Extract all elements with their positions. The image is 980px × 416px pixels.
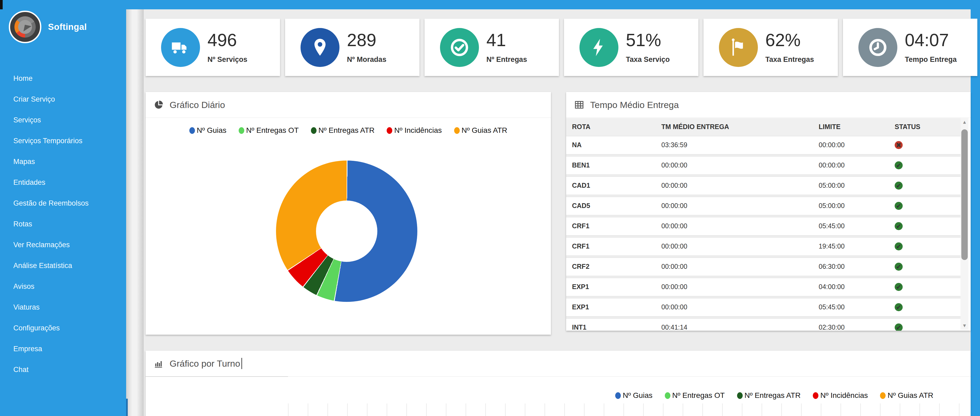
gridline — [821, 403, 821, 416]
table-row-crf1: CRF100:00:0005:45:00✔ — [566, 217, 961, 235]
table-scrollbar[interactable]: ▲ ▼ — [961, 118, 969, 330]
cell-rota: INT1 — [572, 324, 586, 331]
table-body: NA03:36:5900:00:00✖BEN100:00:0000:00:00✔… — [566, 136, 961, 331]
status-ok-icon: ✔ — [895, 182, 903, 190]
legend-item-1[interactable]: Nº Entregas OT — [239, 126, 299, 135]
sidebar-item-criar-servi-o[interactable]: Criar Serviço — [0, 89, 126, 110]
column-header-tm: TM MÉDIO ENTREGA — [661, 123, 729, 131]
gridline — [900, 403, 900, 416]
grafico-diario-panel: Gráfico Diário Nº GuiasNº Entregas OTNº … — [146, 92, 551, 335]
status-ok-icon: ✔ — [895, 202, 903, 210]
row-separator — [566, 255, 961, 258]
status-ok-icon: ✔ — [895, 263, 903, 271]
text-caret — [241, 358, 242, 369]
brand-name: Softingal — [48, 22, 87, 32]
cell-tm: 00:00:00 — [661, 161, 687, 169]
table-scrollbar-thumb[interactable] — [961, 129, 968, 260]
legend-item-2[interactable]: Nº Entregas ATR — [311, 126, 374, 135]
stat-value: 04:07 — [905, 30, 949, 50]
status-ok-icon: ✔ — [895, 242, 903, 250]
scroll-up-icon[interactable]: ▲ — [961, 118, 969, 126]
gridline — [288, 403, 288, 416]
sidebar-item-rotas[interactable]: Rotas — [0, 214, 126, 234]
page-scrollbar-thumb[interactable] — [126, 398, 128, 416]
legend-item-4[interactable]: Nº Guias ATR — [880, 391, 933, 400]
stat-label: Nº Moradas — [347, 56, 387, 64]
sidebar-item-chat[interactable]: Chat — [0, 359, 126, 380]
gridline — [663, 403, 663, 416]
stat-label: Taxa Serviço — [626, 56, 670, 64]
cell-rota: CAD5 — [572, 202, 590, 210]
gridline — [525, 403, 525, 416]
column-header-status: STATUS — [895, 123, 920, 131]
clock-icon — [858, 28, 897, 67]
sidebar-item-mapas[interactable]: Mapas — [0, 151, 126, 172]
stat-value: 496 — [207, 30, 237, 50]
gridline — [328, 403, 328, 416]
gridline — [643, 403, 644, 416]
row-separator — [566, 154, 961, 156]
cell-tm: 00:00:00 — [661, 303, 687, 311]
table-row-cad1: CAD100:00:0005:00:00✔ — [566, 177, 961, 194]
legend-item-3[interactable]: Nº Incidências — [387, 126, 442, 135]
stat-label: Nº Entregas — [487, 56, 527, 64]
chart-legend: Nº GuiasNº Entregas OTNº Entregas ATRNº … — [146, 126, 551, 135]
gridline — [387, 403, 387, 416]
row-separator — [566, 296, 961, 298]
gridline — [485, 403, 486, 416]
cell-limite: 06:30:00 — [819, 263, 845, 270]
cell-rota: CAD1 — [572, 182, 590, 189]
donut-hole — [316, 201, 377, 262]
cell-tm: 00:00:00 — [661, 182, 687, 189]
gridline — [959, 403, 959, 416]
legend-item-0[interactable]: Nº Guias — [189, 126, 226, 135]
sidebar-item-entidades[interactable]: Entidades — [0, 172, 126, 193]
legend-dot-icon — [665, 392, 670, 399]
gridline — [426, 403, 427, 416]
dashboard-page: Softingal HomeCriar ServiçoServiçosServi… — [0, 0, 980, 416]
sidebar-item-servi-os-tempor-rios[interactable]: Serviços Temporários — [0, 131, 126, 151]
row-separator — [566, 194, 961, 197]
stat-value: 41 — [487, 30, 506, 50]
legend-item-3[interactable]: Nº Incidências — [813, 391, 868, 400]
sidebar-item-gest-o-de-reembolsos[interactable]: Gestão de Reembolsos — [0, 193, 126, 214]
cell-rota: BEN1 — [572, 161, 590, 169]
table-row-na: NA03:36:5900:00:00✖ — [566, 136, 961, 154]
page-scrollbar[interactable] — [126, 10, 144, 416]
sidebar-item-servi-os[interactable]: Serviços — [0, 110, 126, 131]
stat-card-5: 04:07Tempo Entrega — [843, 19, 977, 76]
legend-label: Nº Entregas OT — [672, 391, 725, 400]
table-row-cad5: CAD500:00:0005:00:00✔ — [566, 197, 961, 215]
legend-item-2[interactable]: Nº Entregas ATR — [737, 391, 800, 400]
gridline — [466, 403, 466, 416]
scroll-down-icon[interactable]: ▼ — [961, 322, 969, 330]
lightning-icon — [579, 28, 619, 67]
sidebar-nav: HomeCriar ServiçoServiçosServiços Tempor… — [0, 68, 126, 380]
legend-dot-icon — [189, 127, 195, 134]
legend-item-0[interactable]: Nº Guias — [615, 391, 652, 400]
sidebar-item-viaturas[interactable]: Viaturas — [0, 297, 126, 317]
sidebar-item-home[interactable]: Home — [0, 68, 126, 89]
tempo-medio-panel: Tempo Médio Entrega ROTA TM MÉDIO ENTREG… — [566, 92, 970, 331]
legend-item-1[interactable]: Nº Entregas OT — [665, 391, 725, 400]
legend-item-4[interactable]: Nº Guias ATR — [454, 126, 508, 135]
stat-value: 289 — [347, 30, 376, 50]
cell-tm: 00:00:00 — [661, 202, 687, 210]
sidebar-item-configura-es[interactable]: Configurações — [0, 317, 126, 338]
gridline — [604, 403, 604, 416]
cell-rota: NA — [572, 141, 582, 149]
cell-rota: EXP1 — [572, 283, 589, 291]
sidebar-item-avisos[interactable]: Avisos — [0, 276, 126, 297]
brand-logo-icon — [9, 11, 41, 43]
gridline — [920, 403, 920, 416]
donut-chart — [276, 161, 417, 302]
sidebar-item-an-lise-estat-stica[interactable]: Análise Estatística — [0, 255, 126, 276]
table-row-crf2: CRF200:00:0006:30:00✔ — [566, 258, 961, 276]
gridline — [406, 403, 407, 416]
divider — [566, 118, 970, 118]
gridline — [781, 403, 782, 416]
sidebar-item-empresa[interactable]: Empresa — [0, 338, 126, 359]
cell-limite: 05:45:00 — [819, 303, 845, 311]
legend-label: Nº Incidências — [394, 126, 442, 135]
sidebar-item-ver-reclama-es[interactable]: Ver Reclamações — [0, 234, 126, 255]
